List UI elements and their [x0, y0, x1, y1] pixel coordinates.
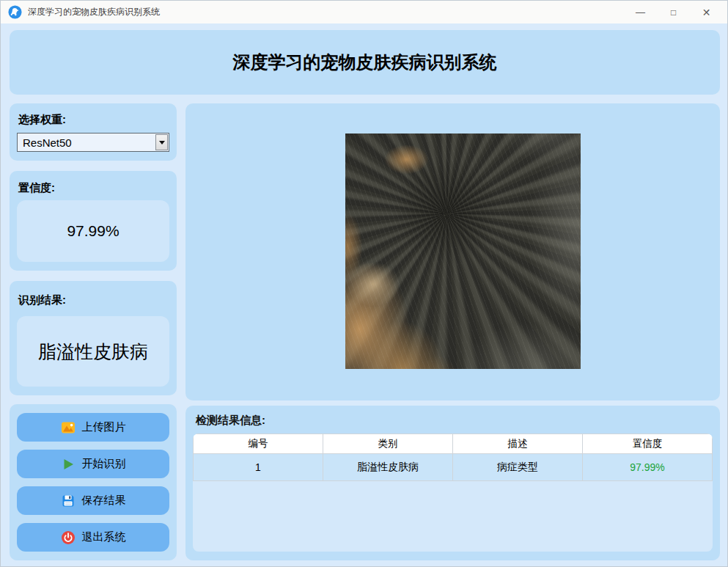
start-recognition-button[interactable]: 开始识别: [17, 450, 169, 478]
column-header-id[interactable]: 编号: [194, 434, 323, 454]
cell-category: 脂溢性皮肤病: [323, 454, 453, 481]
results-table-container: 编号 类别 描述 置信度 1 脂溢性皮肤病 病症类型 97.99%: [193, 434, 713, 552]
result-value: 脂溢性皮肤病: [17, 316, 169, 387]
save-results-label: 保存结果: [82, 494, 126, 508]
actions-panel: 上传图片 开始识别 保存结果: [10, 404, 177, 560]
column-header-confidence[interactable]: 置信度: [583, 434, 713, 454]
result-label: 识别结果:: [18, 293, 66, 307]
maximize-button[interactable]: □: [657, 1, 690, 23]
table-header-row: 编号 类别 描述 置信度: [194, 434, 713, 454]
save-results-button[interactable]: 保存结果: [17, 486, 169, 515]
page-title: 深度学习的宠物皮肤疾病识别系统: [10, 30, 720, 95]
app-logo-dog-icon: [8, 5, 22, 19]
cell-id: 1: [194, 454, 323, 481]
exit-system-button[interactable]: 退出系统: [17, 523, 169, 552]
cell-confidence: 97.99%: [583, 454, 713, 481]
save-icon: [61, 494, 76, 508]
upload-image-label: 上传图片: [82, 420, 126, 434]
confidence-value: 97.99%: [17, 200, 169, 262]
result-section: 识别结果: 脂溢性皮肤病: [10, 281, 177, 395]
uploaded-pet-skin-image: [345, 133, 581, 369]
close-button[interactable]: ✕: [690, 1, 723, 23]
weight-label: 选择权重:: [18, 113, 66, 127]
upload-image-button[interactable]: 上传图片: [17, 413, 169, 442]
column-header-category[interactable]: 类别: [323, 434, 453, 454]
results-info-label: 检测结果信息:: [196, 414, 265, 428]
combobox-dropdown-button[interactable]: [155, 134, 168, 150]
cell-description: 病症类型: [453, 454, 583, 481]
app-window: 深度学习的宠物皮肤疾病识别系统 — □ ✕ 深度学习的宠物皮肤疾病识别系统 选择…: [0, 0, 728, 567]
table-row[interactable]: 1 脂溢性皮肤病 病症类型 97.99%: [194, 454, 713, 481]
results-panel: 检测结果信息: 编号 类别 描述 置信度 1 脂溢性皮肤病 病症类型: [185, 406, 720, 560]
column-header-description[interactable]: 描述: [453, 434, 583, 454]
start-recognition-label: 开始识别: [82, 457, 126, 471]
weight-selected-value: ResNet50: [23, 136, 72, 149]
play-icon: [61, 457, 76, 472]
confidence-section: 置信度: 97.99%: [10, 171, 177, 271]
image-icon: [61, 420, 76, 435]
minimize-button[interactable]: —: [624, 1, 657, 23]
results-table: 编号 类别 描述 置信度 1 脂溢性皮肤病 病症类型 97.99%: [193, 434, 713, 481]
confidence-label: 置信度:: [18, 181, 55, 195]
window-title: 深度学习的宠物皮肤疾病识别系统: [28, 6, 160, 18]
titlebar: 深度学习的宠物皮肤疾病识别系统 — □ ✕: [1, 1, 727, 23]
image-display-panel: [185, 103, 720, 400]
chevron-down-icon: [159, 141, 165, 145]
header-panel: 深度学习的宠物皮肤疾病识别系统: [10, 30, 720, 95]
weight-select[interactable]: ResNet50: [17, 133, 169, 152]
power-icon: [61, 530, 76, 545]
exit-system-label: 退出系统: [82, 530, 126, 544]
weight-section: 选择权重: ResNet50: [10, 103, 177, 161]
window-controls: — □ ✕: [624, 1, 723, 23]
